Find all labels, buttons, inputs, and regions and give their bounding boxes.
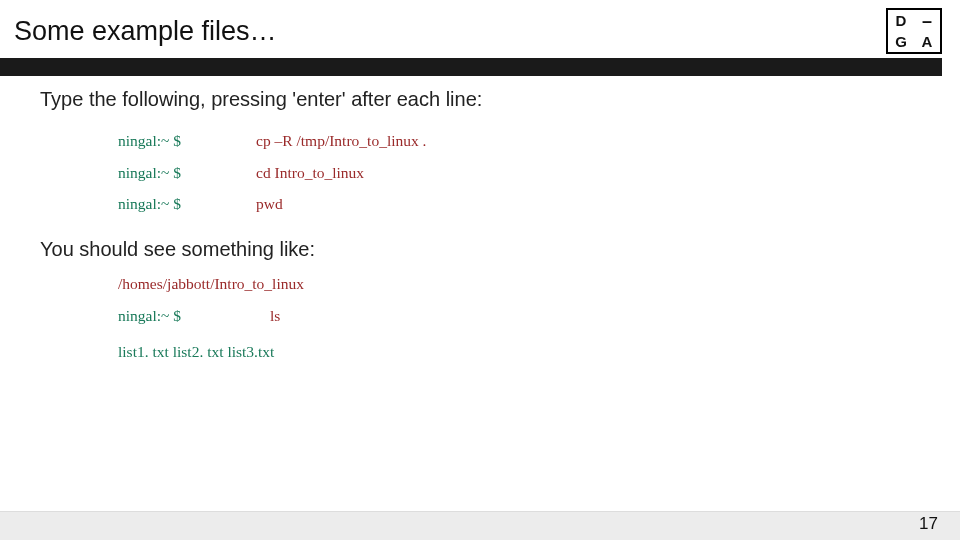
result-path: /homes/jabbott/Intro_to_linux [118,275,920,293]
command-row: ningal:~ $ pwd [118,196,920,212]
shell-prompt: ningal:~ $ [118,307,270,325]
header-rule-wrap [0,58,960,76]
result-intro: You should see something like: [40,238,920,261]
command-row: ningal:~ $ cp –R /tmp/Intro_to_linux . [118,133,920,149]
command-block: ningal:~ $ cp –R /tmp/Intro_to_linux . n… [118,133,920,212]
page-number: 17 [919,514,938,534]
shell-prompt: ningal:~ $ [118,165,256,181]
ls-row: ningal:~ $ ls [118,307,920,325]
logo-cell-g: G [888,31,914,52]
shell-prompt: ningal:~ $ [118,133,256,149]
logo-cell-a: A [914,31,940,52]
logo-cell-dash: – [914,10,940,31]
shell-command: ls [270,307,280,325]
slide-header: Some example files… D – G A [0,0,960,54]
shell-command: pwd [256,196,283,212]
file-listing: list1. txt list2. txt list3.txt [118,343,920,361]
command-row: ningal:~ $ cd Intro_to_linux [118,165,920,181]
header-rule [0,58,942,76]
slide-body: Type the following, pressing 'enter' aft… [0,76,960,361]
intro-text: Type the following, pressing 'enter' aft… [40,88,920,111]
slide-title: Some example files… [14,16,277,47]
footer-bar [0,511,960,540]
logo-cell-d: D [888,10,914,31]
brand-logo: D – G A [886,8,942,54]
shell-command: cp –R /tmp/Intro_to_linux . [256,133,427,149]
shell-command: cd Intro_to_linux [256,165,364,181]
shell-prompt: ningal:~ $ [118,196,256,212]
